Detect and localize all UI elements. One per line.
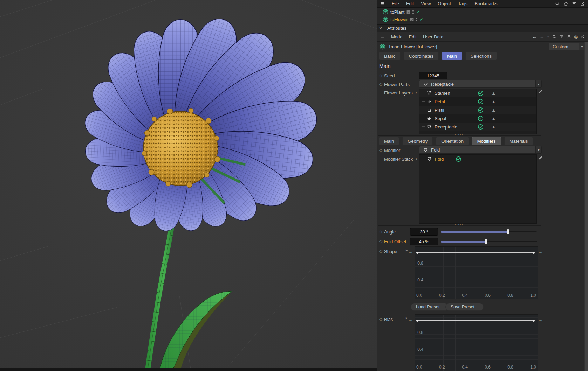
menu-object[interactable]: Object [438,1,451,6]
tab-selections[interactable]: Selections [465,52,497,60]
filter-icon[interactable] [559,34,564,39]
modifier-stack-list[interactable]: Fold [419,154,537,224]
subtab-materials[interactable]: Materials [504,137,533,145]
tab-main[interactable]: Main [442,52,462,60]
keyframe-diamond-icon[interactable]: ◇ [379,148,384,153]
home-icon[interactable] [563,1,568,6]
enabled-check-icon[interactable]: ✓ [419,16,424,22]
bias-curve-editor[interactable]: 0.8 0.4 0.0 0.2 0.4 0.6 0.8 1.0 [415,314,538,371]
enabled-check-icon[interactable] [456,156,461,162]
viewport-3d[interactable] [0,0,377,371]
back-arrow-icon[interactable]: ← [532,34,537,40]
close-icon[interactable]: ✕ [379,26,382,31]
keyframe-diamond-icon[interactable]: ◇ [379,249,384,254]
enabled-check-icon[interactable] [478,124,484,130]
keyframe-diamond-icon[interactable]: ◇ [379,73,384,78]
preset-dropdown[interactable]: Custom ▾ [549,43,585,50]
bias-curve-line[interactable] [417,320,534,321]
object-label[interactable]: toFlower [390,17,408,22]
stack-row-fold[interactable]: Fold [419,155,536,163]
menu-bookmarks[interactable]: Bookmarks [474,1,497,6]
pick-pen-icon[interactable] [538,89,543,94]
subtab-orientation[interactable]: Orientation [436,137,469,145]
keyframe-diamond-icon[interactable]: ◇ [379,317,384,322]
curve-expand-icon[interactable]: ▸ [406,248,408,252]
menu-tags[interactable]: Tags [458,1,467,6]
angle-slider[interactable] [441,229,537,234]
hamburger-menu-icon[interactable] [380,35,385,39]
up-arrow-icon[interactable]: ↑ [547,34,549,40]
enabled-check-icon[interactable] [478,90,484,96]
track-target-icon[interactable]: ◎ [574,34,578,40]
filter-icon[interactable] [572,1,577,6]
flower-layers-list[interactable]: Stamen ▲ Petal ▲ Pistil [419,89,537,134]
x-tick-label: 0.6 [485,365,491,370]
search-icon[interactable] [555,1,560,6]
triangle-up-icon[interactable]: ▲ [491,124,496,130]
fold-offset-slider[interactable] [441,239,537,244]
tab-coordinates[interactable]: Coordinates [404,52,439,60]
seed-input[interactable]: 12345 [419,72,447,79]
fold-offset-input[interactable]: 45 % [410,238,438,245]
subtab-geometry[interactable]: Geometry [402,137,433,145]
enabled-check-icon[interactable]: ✓ [416,9,420,15]
subtab-main[interactable]: Main [379,137,399,145]
new-window-icon[interactable] [580,1,585,6]
menu-user-data[interactable]: User Data [423,34,444,40]
object-row-toplant[interactable]: toPlant ✓ [383,8,420,15]
save-preset-button[interactable]: Save Preset... [445,303,484,311]
visibility-dots-icon[interactable] [412,10,414,14]
enabled-check-icon[interactable] [478,115,484,121]
keyframe-diamond-icon[interactable]: ◇ [379,229,384,234]
menu-mode[interactable]: Mode [391,34,403,40]
panel-divider-handle[interactable]: ······ [378,225,541,226]
lock-icon[interactable] [567,34,572,39]
menu-bar: File Edit View Object Tags Bookmarks [377,0,588,8]
layer-row-stamen[interactable]: Stamen ▲ [419,89,536,97]
bias-label: Bias [384,317,393,322]
object-label[interactable]: toPlant [390,9,404,15]
curve-expand-icon[interactable]: ▸ [406,316,408,320]
new-window-icon[interactable] [580,34,585,39]
forward-arrow-icon[interactable]: → [540,34,545,40]
menu-view[interactable]: View [421,1,431,6]
menu-file[interactable]: File [392,1,399,6]
triangle-up-icon[interactable]: ▲ [491,116,496,121]
triangle-up-icon[interactable]: ▲ [491,99,496,104]
subtab-modifiers[interactable]: Modifiers [472,137,501,145]
x-tick-label: 0.2 [439,365,445,370]
receptacle-icon [423,82,428,87]
scrollbar[interactable] [584,42,588,371]
load-preset-button[interactable]: Load Preset... [411,303,449,311]
modifier-dropdown[interactable]: Fold ▾ [419,146,542,154]
triangle-up-icon[interactable]: ▲ [491,107,496,113]
search-icon[interactable] [552,34,557,39]
menu-edit[interactable]: Edit [409,34,417,40]
y-tick-label: 0.4 [415,347,423,352]
keyframe-diamond-icon[interactable]: ◇ [379,239,384,244]
layer-row-receptacle[interactable]: Receptacle ▲ [419,122,536,131]
enabled-check-icon[interactable] [478,99,484,105]
visibility-dots-icon[interactable] [416,18,417,21]
panel-divider-handle[interactable]: ······ [378,135,541,136]
keyframe-diamond-icon[interactable]: ◇ [379,82,384,87]
expand-chevron-icon[interactable]: › [416,90,417,95]
layer-row-pistil[interactable]: Pistil ▲ [419,106,536,114]
layer-badge-icon[interactable] [410,18,414,21]
menu-edit[interactable]: Edit [406,1,414,6]
layer-row-sepal[interactable]: Sepal ▲ [419,114,536,122]
tab-basic[interactable]: Basic [379,52,401,60]
pick-pen-icon[interactable] [538,155,543,160]
flower-parts-dropdown[interactable]: Receptacle ▾ [419,80,542,88]
layer-badge-icon[interactable] [406,10,410,14]
hamburger-menu-icon[interactable] [380,1,385,6]
attributes-header: ✕ Attributes [377,24,588,32]
angle-input[interactable]: 30 ° [410,228,438,236]
shape-curve-editor[interactable]: 0.8 0.4 0.0 0.2 0.4 0.6 0.8 1.0 [415,246,538,299]
enabled-check-icon[interactable] [478,107,484,113]
object-row-toflower[interactable]: toFlower ✓ [383,16,424,23]
shape-curve-line[interactable] [417,252,534,253]
triangle-up-icon[interactable]: ▲ [491,91,496,96]
expand-chevron-icon[interactable]: › [416,156,417,161]
layer-row-petal[interactable]: Petal ▲ [419,97,536,106]
